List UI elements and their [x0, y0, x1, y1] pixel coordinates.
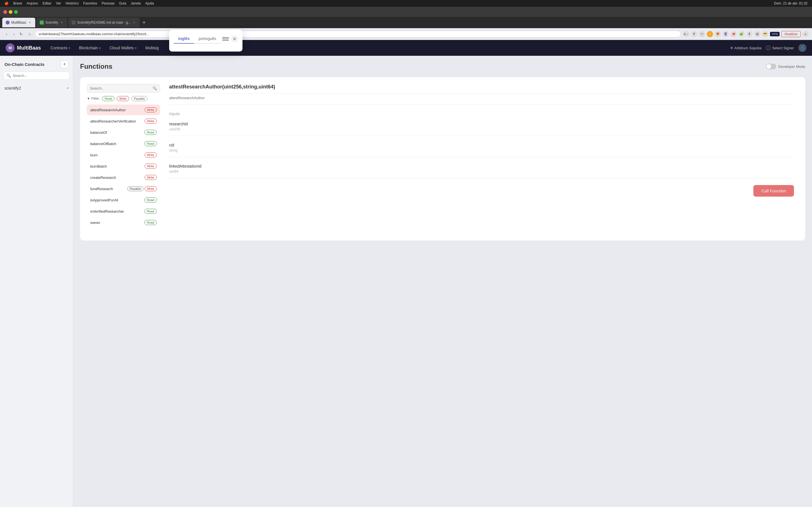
extension2-icon[interactable]: 🔮	[723, 31, 729, 37]
nav-cloud-wallets[interactable]: Cloud Wallets ▾	[106, 43, 140, 52]
ver-menu[interactable]: Ver	[56, 1, 61, 5]
shield-icon[interactable]: 🛡	[699, 31, 705, 37]
reload-button[interactable]: ↻	[18, 31, 24, 37]
menu-icon[interactable]: ≡	[802, 31, 809, 37]
lang-tab-portugues[interactable]: português	[194, 34, 220, 44]
tab-multibaas-label: MultiBaas	[11, 20, 26, 24]
filter-read[interactable]: Read	[102, 96, 114, 101]
wallet-icon[interactable]: 💳	[762, 31, 768, 37]
badge-read: Read	[144, 198, 157, 203]
search-wrap: 🔍	[3, 71, 70, 80]
nav-contracts[interactable]: Contracts ▾	[47, 43, 74, 52]
sidebar-title: On-Chain Contracts	[4, 62, 45, 67]
puzzle-icon[interactable]: 🧩	[739, 31, 745, 37]
bookmark-button[interactable]: ☆	[27, 31, 33, 37]
pessoas-menu[interactable]: Pessoas	[101, 1, 114, 5]
function-item-isverifiedresearcher[interactable]: isVerifiedResearcherRead	[87, 206, 160, 217]
developer-mode-toggle[interactable]: Developer Mode	[766, 64, 805, 69]
add-contract-button[interactable]: +	[61, 60, 68, 68]
tab-multibaas[interactable]: MultiBaas ✕	[2, 18, 35, 27]
lang-tabs: inglês português	[174, 34, 221, 44]
lang-close-button[interactable]: ✕	[231, 36, 238, 42]
download-icon[interactable]: ⬇	[746, 31, 753, 37]
badge-write: Write	[145, 107, 157, 112]
function-search-icon: 🔍	[153, 86, 157, 91]
input-name-cid: cid	[169, 143, 794, 147]
function-item-balanceofbatch[interactable]: balanceOfBatchRead	[87, 138, 160, 149]
function-name-burn: burn	[90, 153, 98, 157]
translate-icon[interactable]: A↔	[683, 31, 689, 37]
badge-read: Read	[144, 209, 157, 214]
filter-label: ▼ Filter:	[87, 97, 100, 101]
function-badges-attestresearchauthor: Write	[145, 107, 157, 112]
vpn-badge[interactable]: VPN	[770, 32, 780, 36]
function-name-fundresearch: fundResearch	[90, 187, 113, 191]
function-search-input[interactable]	[90, 86, 151, 91]
nav-blockchain[interactable]: Blockchain ▾	[75, 43, 105, 52]
editar-menu[interactable]: Editar	[43, 1, 51, 5]
new-tab-button[interactable]: +	[141, 20, 147, 25]
select-signer-button[interactable]: i Select Signer	[766, 46, 794, 50]
address-actions: A↔ ⬆ 🛡 ! 🦊 🔮 🐙 🧩 ⬇ ▤ 💳 VPN Atualizar ≡	[683, 31, 809, 37]
network-label: Arbitrum Sepolia	[734, 46, 762, 50]
function-name-balanceof: balanceOf	[90, 130, 107, 135]
function-name-createresearch: createResearch	[90, 175, 116, 180]
function-item-createresearch[interactable]: createResearchWrite	[87, 172, 160, 183]
apple-menu[interactable]: 🍎	[4, 1, 9, 5]
tab-multibaas-close[interactable]: ✕	[28, 20, 32, 24]
function-search-wrap: 🔍	[87, 84, 160, 93]
historico-menu[interactable]: Histórico	[65, 1, 79, 5]
warning-icon[interactable]: !	[707, 31, 713, 37]
developer-mode-switch[interactable]	[766, 64, 776, 69]
back-button[interactable]: ‹	[3, 31, 10, 37]
nav-right: Arbitrum Sepolia i Select Signer 👤	[730, 44, 806, 52]
function-item-attestresearchauthor[interactable]: attestResearchAuthorWrite	[87, 105, 160, 115]
user-avatar[interactable]: 👤	[799, 44, 806, 52]
close-window-button[interactable]	[3, 10, 7, 14]
janela-menu[interactable]: Janela	[131, 1, 141, 5]
arquivo-menu[interactable]: Arquivo	[27, 1, 38, 5]
tab-scientify[interactable]: Scientify ✕	[36, 18, 67, 27]
function-item-burnbatch[interactable]: burnBatchWrite	[87, 161, 160, 172]
input-type-researchid: uint256	[169, 127, 794, 131]
nav-multisig[interactable]: Multisig	[142, 43, 163, 52]
filter-payable[interactable]: Payable	[132, 96, 148, 101]
sidebar-search-input[interactable]	[13, 73, 66, 78]
function-item-owner[interactable]: ownerRead	[87, 217, 160, 228]
function-item-isapprovedforall[interactable]: isApprovedForAllRead	[87, 194, 160, 205]
badge-payable: Payable	[127, 186, 144, 191]
forward-button[interactable]: ›	[11, 31, 17, 37]
sidebar-icon[interactable]: ▤	[754, 31, 760, 37]
tab-scientify-close[interactable]: ✕	[60, 20, 64, 24]
input-type-cid: string	[169, 149, 794, 152]
share-icon[interactable]: ⬆	[691, 31, 697, 37]
lang-tab-ingles[interactable]: inglês	[174, 34, 194, 44]
favoritos-menu[interactable]: Favoritos	[83, 1, 97, 5]
tab-readme[interactable]: Scientify/README.md at main · g... ✕	[68, 18, 140, 27]
lang-menu-icon[interactable]	[222, 36, 229, 42]
fullscreen-window-button[interactable]	[14, 10, 18, 14]
minimize-window-button[interactable]	[9, 10, 12, 14]
language-popup: inglês português ✕	[169, 30, 243, 52]
guia-menu[interactable]: Guia	[119, 1, 126, 5]
function-item-fundresearch[interactable]: fundResearchPayableWrite	[87, 183, 160, 194]
call-function-button[interactable]: Call Function	[753, 185, 794, 196]
address-input[interactable]	[35, 31, 681, 38]
extensions-icon[interactable]: 🦊	[715, 31, 721, 37]
sidebar: On-Chain Contracts + 🔍 scientify2 ▾	[0, 56, 73, 507]
datetime: Dom. 21 de abr. 01:32	[774, 1, 808, 5]
sidebar-item-scientify2[interactable]: scientify2 ▾	[0, 83, 73, 93]
update-button[interactable]: Atualizar	[781, 31, 801, 37]
input-name-researchid: researchId	[169, 122, 794, 126]
extension3-icon[interactable]: 🐙	[730, 31, 737, 37]
function-badges-fundresearch: PayableWrite	[127, 186, 157, 191]
filter-write[interactable]: Write	[117, 96, 129, 101]
function-item-balanceof[interactable]: balanceOfRead	[87, 127, 160, 138]
function-item-burn[interactable]: burnWrite	[87, 150, 160, 160]
brave-menu[interactable]: Brave	[13, 1, 22, 5]
function-item-attestresearcherverification[interactable]: attestResearcherVerificationWrite	[87, 116, 160, 126]
sidebar-item-label: scientify2	[4, 86, 21, 91]
ajuda-menu[interactable]: Ajuda	[145, 1, 154, 5]
function-badges-balanceofbatch: Read	[144, 141, 157, 146]
tab-readme-close[interactable]: ✕	[132, 20, 136, 24]
